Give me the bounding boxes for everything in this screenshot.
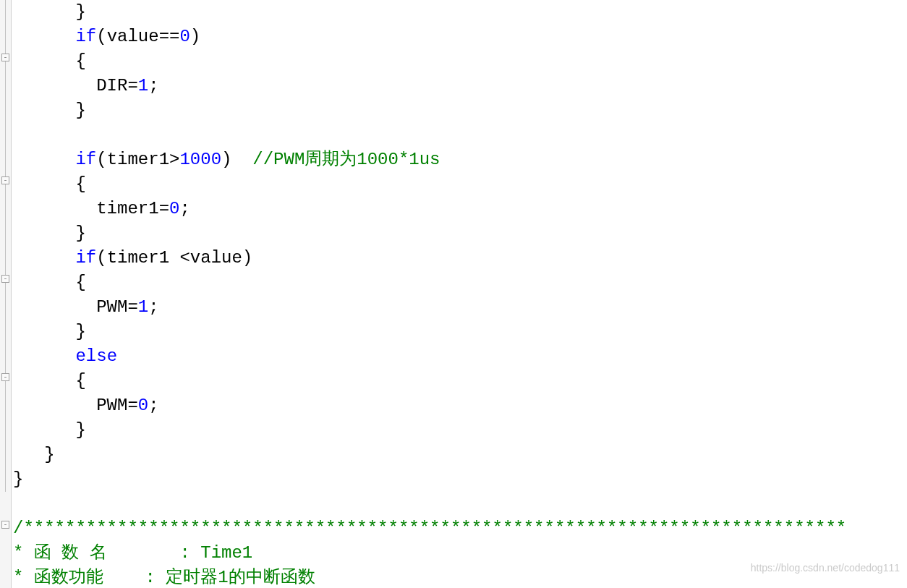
code-line[interactable]: timer1=0; [13,197,907,221]
code-line[interactable]: { [13,49,907,74]
code-line[interactable]: } [13,98,907,123]
code-line[interactable]: if(timer1>1000) //PWM周期为1000*1us [13,148,907,172]
code-line[interactable]: } [13,443,907,467]
code-line[interactable] [13,123,907,148]
code-line[interactable]: PWM=0; [13,393,907,418]
fold-toggle-icon[interactable]: - [1,54,9,61]
code-line[interactable]: if(value==0) [13,25,907,49]
fold-gutter: ----- [0,0,12,588]
code-line[interactable] [13,492,907,516]
fold-guide-line [5,0,6,492]
code-line[interactable]: * 函 数 名 : Time1 [13,541,907,566]
code-line[interactable]: * 函数功能 : 定时器1的中断函数 [13,566,907,588]
fold-toggle-icon[interactable]: - [1,373,9,381]
fold-toggle-icon[interactable]: - [1,521,9,529]
code-line[interactable]: } [13,467,907,492]
code-line[interactable]: } [13,0,907,25]
fold-toggle-icon[interactable]: - [1,275,9,283]
code-line[interactable]: /***************************************… [13,516,907,541]
code-line[interactable]: { [13,172,907,197]
fold-toggle-icon[interactable]: - [1,176,9,184]
code-line[interactable]: { [13,270,907,295]
code-line[interactable]: PWM=1; [13,295,907,320]
code-line[interactable]: else [13,344,907,369]
code-line[interactable]: { [13,369,907,393]
code-line[interactable]: DIR=1; [13,74,907,98]
code-editor[interactable]: } if(value==0) { DIR=1; } if(timer1>1000… [12,0,907,588]
code-line[interactable]: if(timer1 <value) [13,246,907,270]
code-line[interactable]: } [13,221,907,246]
code-line[interactable]: } [13,418,907,443]
code-line[interactable]: } [13,320,907,344]
